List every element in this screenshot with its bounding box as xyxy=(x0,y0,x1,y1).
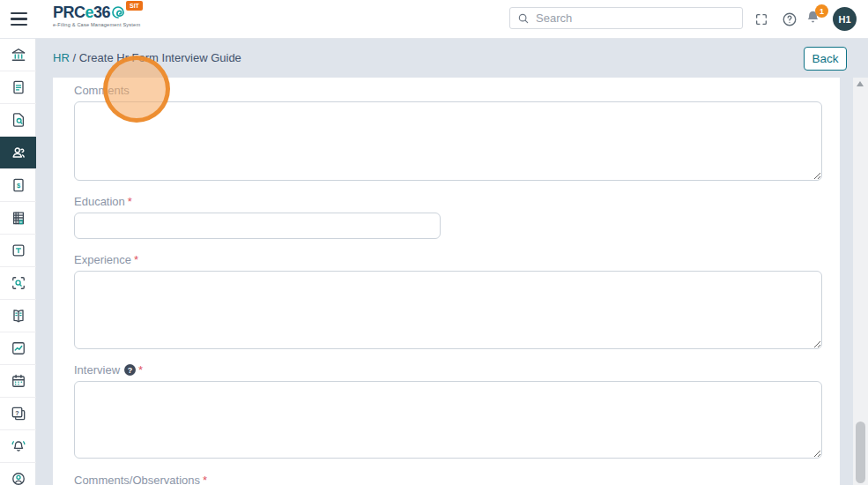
sidebar-item-ledger[interactable] xyxy=(0,300,36,332)
field-label-education: Education* xyxy=(74,195,840,208)
search-box xyxy=(509,7,743,29)
sidebar-item-scan-search[interactable] xyxy=(0,267,36,300)
scrollbar[interactable] xyxy=(853,78,868,485)
required-asterisk: * xyxy=(203,474,207,485)
avatar[interactable]: H1 xyxy=(833,7,857,31)
invoice-dollar-icon: $ xyxy=(10,176,27,194)
breadcrumb-current: Create Hr Form Interview Guide xyxy=(79,51,241,64)
back-button[interactable]: Back xyxy=(804,47,847,71)
sidebar-item-document-search[interactable] xyxy=(0,104,36,137)
breadcrumb-root[interactable]: HR xyxy=(53,51,70,64)
field-label-comments: Comments xyxy=(74,84,840,97)
sidebar: $ xyxy=(0,39,36,485)
field-help-icon[interactable]: ? xyxy=(124,364,136,376)
people-icon xyxy=(10,144,27,161)
scan-search-icon xyxy=(10,274,27,292)
bell-alert-icon xyxy=(10,437,27,455)
breadcrumb: HR / Create Hr Form Interview Guide xyxy=(53,51,241,64)
scrollbar-up-arrow[interactable] xyxy=(857,81,864,86)
main-content: Comments Education* Experience* Intervie… xyxy=(36,78,868,485)
logo-tagline: e-Filing & Case Management System xyxy=(53,23,140,28)
sidebar-item-templates[interactable] xyxy=(0,235,36,267)
logo-text: PRC xyxy=(53,4,85,20)
form-card: Comments Education* Experience* Intervie… xyxy=(53,78,840,485)
field-label-comments-observations: Comments/Observations* xyxy=(74,474,840,485)
document-search-icon xyxy=(10,111,27,129)
sidebar-item-hr-people[interactable] xyxy=(0,137,36,169)
experience-textarea[interactable] xyxy=(74,271,822,349)
breadcrumb-bar: HR / Create Hr Form Interview Guide Back xyxy=(36,39,868,78)
comments-textarea[interactable] xyxy=(74,101,822,181)
logo-zero-spiral xyxy=(111,5,125,19)
menu-icon[interactable] xyxy=(11,12,27,26)
sidebar-item-faq[interactable]: ? xyxy=(0,398,36,430)
sidebar-item-documents[interactable] xyxy=(0,71,36,104)
calendar-icon xyxy=(10,372,27,390)
notifications-bell[interactable]: 1 xyxy=(805,9,826,30)
env-badge: SIT xyxy=(126,1,143,11)
interview-textarea[interactable] xyxy=(74,381,822,459)
svg-text:?: ? xyxy=(15,410,19,417)
notification-badge: 1 xyxy=(815,4,828,18)
field-label-experience: Experience* xyxy=(74,253,840,266)
chart-icon xyxy=(10,340,27,357)
search-input[interactable] xyxy=(536,11,735,25)
company-building-icon xyxy=(10,209,27,227)
required-asterisk: * xyxy=(134,253,138,266)
topbar: PRCe36 e-Filing & Case Management System… xyxy=(0,0,868,39)
sidebar-item-company[interactable] xyxy=(0,202,36,235)
fullscreen-icon[interactable] xyxy=(753,11,769,27)
help-pages-icon: ? xyxy=(10,405,27,422)
document-icon xyxy=(10,78,27,96)
required-asterisk: * xyxy=(128,195,132,208)
app-window: PRCe36 e-Filing & Case Management System… xyxy=(0,0,868,485)
sidebar-item-alerts[interactable] xyxy=(0,430,36,463)
ledger-book-icon xyxy=(10,307,27,325)
sidebar-item-bank[interactable] xyxy=(0,39,36,71)
field-label-interview: Interview?* xyxy=(74,363,840,377)
template-document-icon xyxy=(10,242,27,259)
required-asterisk: * xyxy=(138,363,143,377)
sidebar-item-reports[interactable] xyxy=(0,332,36,365)
svg-text:$: $ xyxy=(16,182,20,190)
sidebar-item-calendar[interactable] xyxy=(0,365,36,398)
search-icon xyxy=(517,12,530,25)
help-icon[interactable] xyxy=(782,11,798,27)
user-circle-icon xyxy=(10,470,27,485)
sidebar-item-invoices[interactable]: $ xyxy=(0,169,36,202)
sidebar-item-profile[interactable] xyxy=(0,463,36,485)
education-input[interactable] xyxy=(74,213,441,239)
scrollbar-thumb[interactable] xyxy=(856,422,865,483)
breadcrumb-separator: / xyxy=(70,51,79,64)
bank-icon xyxy=(10,46,27,63)
